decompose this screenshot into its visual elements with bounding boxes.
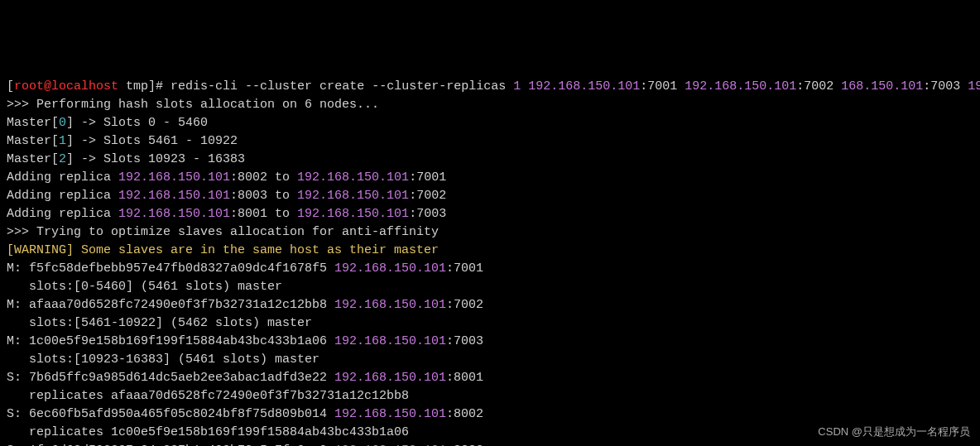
output-line: Adding replica (7, 189, 118, 203)
terminal[interactable]: [root@localhost tmp]# redis-cli --cluste… (7, 78, 973, 446)
output-line: Adding replica (7, 207, 118, 221)
watermark: CSDN @只是想成为一名程序员 (818, 423, 970, 441)
prompt-end: ]# (148, 79, 171, 94)
output-line: Master[ (7, 134, 59, 148)
output-line: >>> Trying to optimize slaves allocation… (7, 225, 439, 239)
prompt-user: root (14, 79, 44, 94)
replicates-line: replicates 1c00e5f9e158b169f199f15884ab4… (7, 425, 409, 439)
slots-line: slots:[0-5460] (5461 slots) master (7, 280, 282, 294)
cmd-text: redis-cli --cluster create --cluster-rep… (171, 79, 513, 94)
cmd-ip: 192.168.150.101 (968, 79, 980, 94)
output-line: Adding replica (7, 170, 118, 185)
slots-line: slots:[10923-16383] (5461 slots) master (7, 352, 319, 367)
node-line: S: 7b6d5ffc9a985d614dc5aeb2ee3abac1adfd3… (7, 371, 334, 385)
prompt-dir: tmp (118, 79, 148, 94)
prompt-at: @ (44, 79, 51, 94)
cmd-ip: 192.168.150.101 (528, 79, 640, 94)
node-line: M: afaaa70d6528fc72490e0f3f7b32731a12c12… (7, 298, 334, 312)
slots-line: slots:[5461-10922] (5462 slots) master (7, 316, 312, 330)
node-line: M: 1c00e5f9e158b169f199f15884ab43bc433b1… (7, 334, 334, 348)
replicates-line: replicates afaaa70d6528fc72490e0f3f7b327… (7, 389, 409, 403)
node-line: S: 6ec60fb5afd950a465f05c8024bf8f75d809b… (7, 407, 334, 421)
cmd-ip: 192.168.150.101 (685, 79, 796, 94)
node-line: M: f5fc58defbebb957e47fb0d8327a09dc4f167… (7, 261, 334, 276)
output-line: >>> Performing hash slots allocation on … (7, 98, 379, 112)
warning-line: [WARNING] Some slaves are in the same ho… (7, 243, 439, 257)
prompt-host: localhost (51, 79, 118, 94)
cmd-ip: 168.150.101 (841, 79, 923, 94)
output-line: Master[ (7, 152, 59, 166)
output-line: Master[ (7, 116, 59, 130)
cmd-num: 1 (513, 79, 521, 94)
prompt-bracket: [ (7, 79, 14, 94)
